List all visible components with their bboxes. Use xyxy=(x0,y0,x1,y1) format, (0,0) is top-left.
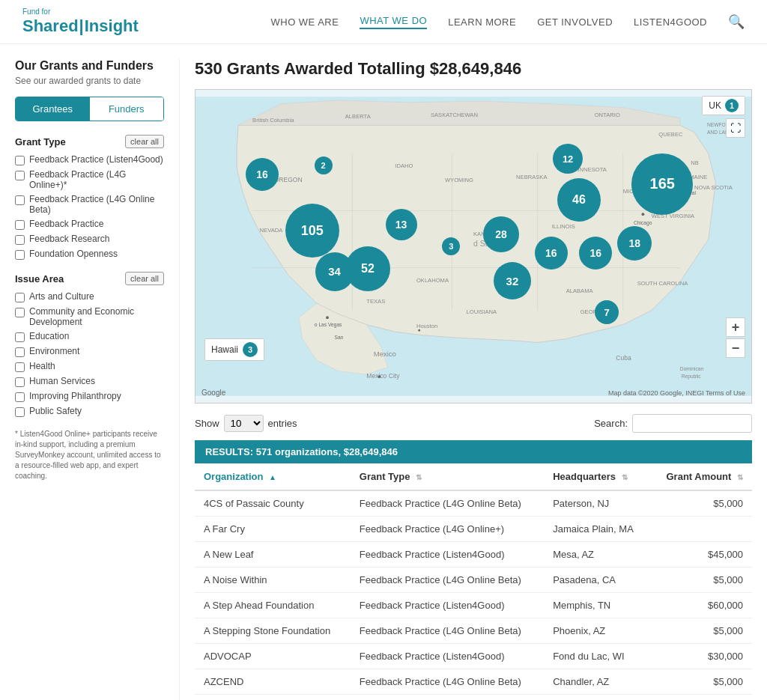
issue-environment-checkbox[interactable] xyxy=(15,347,25,357)
search-input[interactable] xyxy=(632,414,752,433)
issue-area-item: Education xyxy=(15,331,164,342)
data-table: Organization ▲ Grant Type ⇅ Headquarters… xyxy=(195,463,752,700)
map-bubble-2[interactable]: 2 xyxy=(315,156,333,174)
issue-arts-checkbox[interactable] xyxy=(15,293,25,302)
grant-type-foundation-openness-checkbox[interactable] xyxy=(15,250,25,260)
grant-type-header: Grant Type clear all xyxy=(15,135,164,148)
tab-funders[interactable]: Funders xyxy=(90,97,164,121)
cell-grant-type: Feedback Practice (Listen4Good) xyxy=(351,593,544,618)
entries-select[interactable]: 10 25 50 100 xyxy=(224,415,264,432)
entries-label: entries xyxy=(268,418,297,429)
grant-type-feedback-practice-checkbox[interactable] xyxy=(15,220,25,230)
show-label: Show xyxy=(195,418,219,429)
cell-grant-type: Feedback Practice (L4G Online Beta) xyxy=(351,669,544,695)
map-zoom-out[interactable]: − xyxy=(726,338,745,358)
cell-org: Ability 360 xyxy=(195,695,351,700)
table-row: AZCEND Feedback Practice (L4G Online Bet… xyxy=(195,669,752,695)
main-nav: WHO WE ARE WHAT WE DO LEARN MORE GET INV… xyxy=(270,13,745,30)
map-bubble-165[interactable]: 165 xyxy=(631,153,693,215)
map-bubble-32[interactable]: 32 xyxy=(494,262,531,299)
page-title: 530 Grants Awarded Totalling $28,649,846 xyxy=(195,59,752,79)
grant-type-feedback-research-checkbox[interactable] xyxy=(15,235,25,245)
search-label: Search: xyxy=(594,418,628,429)
cell-grant-type: Feedback Practice (L4G Online Beta) xyxy=(351,490,544,517)
map-bubble-28[interactable]: 28 xyxy=(483,216,519,252)
fullscreen-button[interactable]: ⛶ xyxy=(726,118,745,138)
grant-type-item: Feedback Research xyxy=(15,234,164,245)
issue-health-checkbox[interactable] xyxy=(15,362,25,372)
svg-point-48 xyxy=(378,376,381,379)
cell-amount: $20,000 xyxy=(650,695,752,700)
map-bubble-105[interactable]: 105 xyxy=(285,204,339,258)
logo-fund-for: Fund for xyxy=(22,7,50,16)
cell-hq: Jamaica Plain, MA xyxy=(544,517,650,542)
map-bubble-7[interactable]: 7 xyxy=(595,300,619,324)
map-zoom-in[interactable]: + xyxy=(726,317,745,337)
cell-amount: $60,000 xyxy=(650,593,752,618)
nav-get-involved[interactable]: GET INVOLVED xyxy=(537,16,613,28)
grant-type-l4g-online-plus-checkbox[interactable] xyxy=(15,171,25,180)
cell-amount: $30,000 xyxy=(650,644,752,669)
svg-text:TEXAS: TEXAS xyxy=(366,298,385,305)
issue-human-services-label: Human Services xyxy=(29,376,95,386)
map-svg: OREGON IDAHO WYOMING NEBRASKA MINNESOTA … xyxy=(195,90,751,403)
cell-amount xyxy=(650,517,752,542)
logo[interactable]: Fund for Shared|Insight xyxy=(22,7,139,36)
map-bubble-52[interactable]: 52 xyxy=(345,246,390,291)
svg-text:ALABAMA: ALABAMA xyxy=(566,287,594,294)
map-credit: Map data ©2020 Google, INEGI Terms of Us… xyxy=(608,389,745,397)
cell-org: A Stepping Stone Foundation xyxy=(195,618,351,644)
grant-type-feedback-research-label: Feedback Research xyxy=(29,234,109,244)
issue-human-services-checkbox[interactable] xyxy=(15,377,25,387)
uk-badge: UK 1 xyxy=(702,96,745,115)
table-controls: Show 10 25 50 100 entries Search: xyxy=(195,414,752,433)
header: Fund for Shared|Insight WHO WE ARE WHAT … xyxy=(0,0,767,44)
issue-area-clear[interactable]: clear all xyxy=(125,272,164,285)
cell-org: 4CS of Passaic County xyxy=(195,490,351,517)
cell-hq: Paterson, NJ xyxy=(544,490,650,517)
map-bubble-13[interactable]: 13 xyxy=(386,209,417,240)
sidebar-title: Our Grants and Funders xyxy=(15,59,164,73)
svg-text:o Las Vegas: o Las Vegas xyxy=(315,322,342,328)
nav-listen4good[interactable]: LISTEN4GOOD xyxy=(634,16,707,28)
issue-area-item: Arts and Culture xyxy=(15,291,164,302)
sidebar: Our Grants and Funders See our awarded g… xyxy=(0,59,180,700)
map-bubble-12[interactable]: 12 xyxy=(553,144,583,174)
grant-type-listen4good-checkbox[interactable] xyxy=(15,156,25,165)
svg-text:NEBRASKA: NEBRASKA xyxy=(516,174,548,180)
svg-text:Mexico: Mexico xyxy=(374,350,396,359)
svg-text:NEVADA: NEVADA xyxy=(260,227,284,234)
col-headquarters[interactable]: Headquarters ⇅ xyxy=(544,463,650,490)
search-icon-button[interactable]: 🔍 xyxy=(728,13,745,30)
grant-type-clear[interactable]: clear all xyxy=(125,135,164,148)
issue-area-item: Human Services xyxy=(15,376,164,387)
map-bubble-16b[interactable]: 16 xyxy=(535,237,568,270)
issue-public-safety-checkbox[interactable] xyxy=(15,407,25,417)
map-bubble-3[interactable]: 3 xyxy=(442,237,460,255)
svg-text:Cuba: Cuba xyxy=(616,355,631,362)
map-bubble-16a[interactable]: 16 xyxy=(246,158,279,191)
issue-improving-checkbox[interactable] xyxy=(15,392,25,402)
svg-text:NOVA SCOTIA: NOVA SCOTIA xyxy=(694,184,733,191)
issue-area-item: Improving Philanthropy xyxy=(15,391,164,402)
nav-who-we-are[interactable]: WHO WE ARE xyxy=(270,16,339,28)
map-bubble-16c[interactable]: 16 xyxy=(579,237,612,270)
col-organization[interactable]: Organization ▲ xyxy=(195,463,351,490)
svg-text:SASKATCHEWAN: SASKATCHEWAN xyxy=(431,112,478,118)
grant-type-item: Feedback Practice (L4G Online+)* xyxy=(15,169,164,190)
col-grant-type[interactable]: Grant Type ⇅ xyxy=(351,463,544,490)
map-bubble-46[interactable]: 46 xyxy=(557,178,601,222)
map-container[interactable]: OREGON IDAHO WYOMING NEBRASKA MINNESOTA … xyxy=(195,89,752,404)
main-container: Our Grants and Funders See our awarded g… xyxy=(0,44,767,700)
grant-type-filter: Grant Type clear all Feedback Practice (… xyxy=(15,135,164,260)
issue-area-item: Public Safety xyxy=(15,406,164,417)
nav-learn-more[interactable]: LEARN MORE xyxy=(448,16,516,28)
cell-amount: $5,000 xyxy=(650,567,752,593)
issue-education-checkbox[interactable] xyxy=(15,332,25,342)
col-grant-amount[interactable]: Grant Amount ⇅ xyxy=(650,463,752,490)
nav-what-we-do[interactable]: WHAT WE DO xyxy=(360,15,427,29)
map-bubble-18[interactable]: 18 xyxy=(617,226,652,261)
grant-type-l4g-online-beta-checkbox[interactable] xyxy=(15,195,25,205)
issue-community-checkbox[interactable] xyxy=(15,308,25,317)
tab-grantees[interactable]: Grantees xyxy=(16,97,90,121)
